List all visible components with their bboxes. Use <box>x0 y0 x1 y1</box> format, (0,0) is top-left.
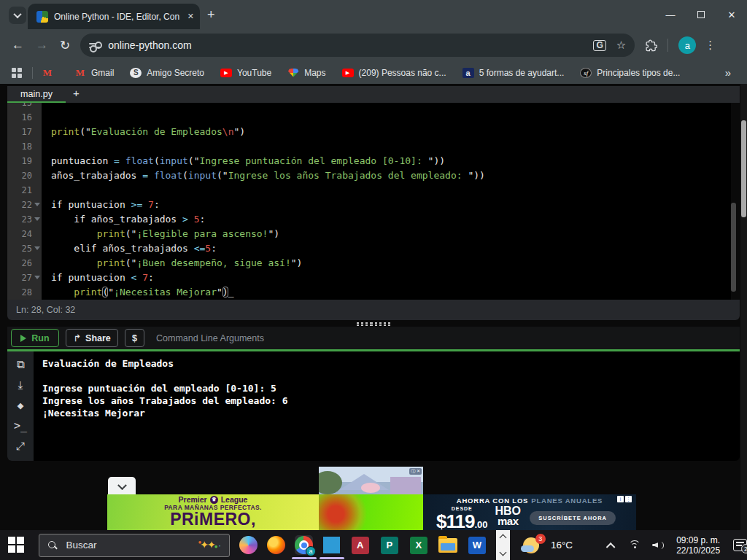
taskbar-search[interactable]: Buscar ●✦✦●・ <box>39 534 229 557</box>
line-number: 16 <box>7 110 42 125</box>
tab-close-icon[interactable]: ✕ <box>187 12 194 21</box>
bookmark-item[interactable]: ▶(209) Pessoas não c... <box>342 68 446 78</box>
code-line[interactable]: 27if puntuacion < 7: <box>7 271 731 285</box>
translate-icon[interactable]: G <box>593 40 605 51</box>
cli-flags-button[interactable]: $ <box>125 329 144 347</box>
browser-menu-icon[interactable]: ⋮ <box>705 39 716 52</box>
premier-league-ad[interactable]: Premier♛League PARA MAÑANAS PERFECTAS. P… <box>107 494 319 530</box>
terminal-icon[interactable]: >_ <box>14 420 27 432</box>
clock-widget[interactable]: 09:09 p. m. 22/10/2025 <box>676 535 720 556</box>
chevron-down-icon <box>13 10 21 18</box>
browser-toolbar: ← → ↻ online-python.com G ☆ a ⋮ <box>0 29 747 61</box>
taskbar-vscode[interactable] <box>322 535 341 555</box>
price-block: DESDE $119.00 /MES <box>436 506 487 530</box>
code-line[interactable]: 25 elif años_trabajados <=5: <box>7 241 731 256</box>
bookmarks-overflow-icon[interactable]: » <box>725 66 731 79</box>
code-line[interactable]: 23 if años_trabajados > 5: <box>7 212 731 227</box>
command-line-arguments-input[interactable]: Command Line Arguments <box>156 333 264 343</box>
wifi-icon[interactable] <box>629 540 641 551</box>
page-scrollbar-thumb[interactable] <box>741 120 746 217</box>
profile-avatar[interactable]: a <box>678 36 696 54</box>
code-line[interactable]: 24 print("¡Elegible para ascenso!") <box>7 227 731 241</box>
code-line[interactable]: 15 <box>7 103 731 110</box>
run-button[interactable]: Run <box>11 329 59 347</box>
bookmark-item[interactable]: M <box>42 67 58 79</box>
taskbar-excel[interactable]: X <box>409 535 428 555</box>
volume-icon[interactable] <box>652 540 665 551</box>
taskbar-publisher[interactable]: P <box>379 535 399 555</box>
start-button[interactable] <box>8 537 24 554</box>
maximize-button[interactable] <box>686 0 716 29</box>
bookmark-item[interactable]: sfPrincipales tipos de... <box>580 68 680 78</box>
copy-icon[interactable]: ⧉ <box>17 359 25 371</box>
line-number: 24 <box>7 227 42 241</box>
code-editor[interactable]: 151617print("Evaluación de Empleados\n")… <box>7 103 731 300</box>
url-text[interactable]: online-python.com <box>108 39 583 51</box>
extensions-icon[interactable] <box>645 39 657 52</box>
code-line[interactable]: 20años_trabajados = float(input("Ingrese… <box>7 168 731 183</box>
code-line[interactable]: 16 <box>7 110 731 125</box>
site-settings-icon[interactable] <box>89 39 101 51</box>
bookmark-item[interactable]: a5 formas de ayudart... <box>462 68 565 78</box>
clear-icon[interactable]: ◆ <box>17 400 23 412</box>
weather-widget[interactable]: 3 <box>523 535 543 556</box>
code-line[interactable]: 26 print("¡Buen desempeño, sigue así!") <box>7 256 731 271</box>
taskbar-overflow-scroller[interactable] <box>496 530 510 560</box>
fold-arrow-icon[interactable] <box>34 203 40 206</box>
code-line[interactable]: 19puntuacion = float(input("Ingrese punt… <box>7 154 731 168</box>
code-line[interactable]: 21 <box>7 183 731 198</box>
bookmark-label: (209) Pessoas não c... <box>359 68 446 78</box>
editor-new-file-button[interactable]: + <box>73 87 80 99</box>
subscribe-button[interactable]: SUSCRÍBETE AHORA <box>530 511 616 525</box>
premier-brand: Premier <box>179 495 207 504</box>
code-line[interactable]: 22if puntuacion >= 7: <box>7 198 731 212</box>
editor-scrollbar-thumb[interactable] <box>731 203 736 292</box>
fold-arrow-icon[interactable] <box>34 246 40 250</box>
line-number: 25 <box>7 241 42 256</box>
copilot-sparkles-icon: ●✦✦●・ <box>198 539 221 551</box>
youtube-icon: ▶ <box>342 69 354 77</box>
code-line[interactable]: 28 print("¡Necesitas Mejorar")_ <box>7 285 731 300</box>
minimize-button[interactable]: — <box>655 0 686 29</box>
code-line[interactable]: 18 <box>7 139 731 154</box>
taskbar-chrome[interactable]: a <box>295 535 313 555</box>
taskbar-access[interactable]: A <box>350 535 370 555</box>
console-icon-bar: ⧉⤓◆>_⤢ <box>7 351 34 461</box>
ad-info-icon[interactable]: ⓘ ✕ <box>409 468 422 475</box>
tab-search-button[interactable] <box>9 7 26 24</box>
ad-info-icon[interactable]: i <box>617 496 624 502</box>
temperature-label[interactable]: 16°C <box>551 540 573 551</box>
bookmark-item[interactable]: SAmigo Secreto <box>130 68 204 78</box>
tray-expand-icon[interactable] <box>606 542 615 551</box>
bookmark-star-icon[interactable]: ☆ <box>616 39 626 52</box>
notification-center-icon[interactable]: 2 <box>733 539 747 551</box>
taskbar-folder[interactable] <box>438 535 457 555</box>
word-icon: W <box>468 537 486 554</box>
apps-grid-icon[interactable] <box>12 68 22 78</box>
hbo-max-ad[interactable]: AHORRA CON LOSPLANES ANUALES i⋮ DESDE $1… <box>423 494 636 530</box>
bookmark-item[interactable]: ▶YouTube <box>220 68 271 78</box>
taskbar-firefox[interactable] <box>267 535 285 555</box>
expand-icon[interactable]: ⤢ <box>16 440 25 453</box>
bookmark-item[interactable]: MGmail <box>74 67 114 79</box>
bookmark-label: 5 formas de ayudart... <box>479 68 565 78</box>
address-bar[interactable]: online-python.com G ☆ <box>80 34 635 57</box>
file-tab-mainpy[interactable]: main.py <box>7 86 66 103</box>
fold-arrow-icon[interactable] <box>34 217 40 221</box>
taskbar-copilot[interactable] <box>239 535 258 555</box>
close-button[interactable]: ✕ <box>716 0 747 29</box>
bookmark-item[interactable]: Maps <box>287 68 325 78</box>
taskbar-word[interactable]: W <box>467 535 487 555</box>
ad-options-icon[interactable]: ⋮ <box>625 496 632 502</box>
ad-video-player[interactable]: ⓘ ✕ <box>319 467 423 530</box>
line-number: 26 <box>7 256 42 271</box>
share-button[interactable]: ↱Share <box>66 329 118 347</box>
new-tab-button[interactable]: + <box>207 9 215 20</box>
browser-tab[interactable]: Online Python - IDE, Editor, Con ✕ <box>28 4 200 29</box>
code-line[interactable]: 17print("Evaluación de Empleados\n") <box>7 125 731 139</box>
back-button[interactable]: ← <box>12 38 24 52</box>
download-icon[interactable]: ⤓ <box>18 379 23 392</box>
reload-button[interactable]: ↻ <box>60 38 70 53</box>
fold-arrow-icon[interactable] <box>34 276 40 279</box>
editor-tab-bar <box>7 86 740 103</box>
